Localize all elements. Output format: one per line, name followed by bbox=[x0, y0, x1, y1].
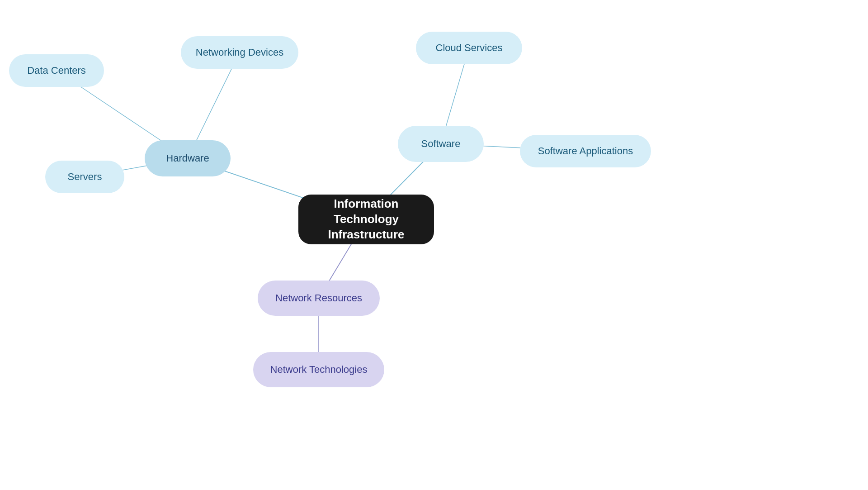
servers-node[interactable]: Servers bbox=[45, 161, 124, 193]
software-applications-node[interactable]: Software Applications bbox=[520, 135, 651, 167]
networking-devices-node[interactable]: Networking Devices bbox=[181, 36, 298, 69]
network-technologies-node[interactable]: Network Technologies bbox=[253, 352, 384, 387]
data-centers-label: Data Centers bbox=[27, 65, 86, 76]
software-applications-label: Software Applications bbox=[538, 145, 633, 157]
network-resources-node[interactable]: Network Resources bbox=[258, 281, 380, 316]
center-node-label: Information Technology Infrastructure bbox=[309, 196, 423, 242]
software-label: Software bbox=[421, 138, 461, 150]
center-node[interactable]: Information Technology Infrastructure bbox=[298, 195, 434, 244]
hardware-node[interactable]: Hardware bbox=[145, 140, 231, 176]
network-resources-label: Network Resources bbox=[275, 292, 362, 304]
hardware-label: Hardware bbox=[166, 152, 209, 164]
servers-label: Servers bbox=[68, 171, 102, 183]
cloud-services-node[interactable]: Cloud Services bbox=[416, 32, 522, 64]
software-node[interactable]: Software bbox=[398, 126, 484, 162]
network-technologies-label: Network Technologies bbox=[270, 364, 368, 376]
cloud-services-label: Cloud Services bbox=[436, 42, 503, 54]
data-centers-node[interactable]: Data Centers bbox=[9, 54, 104, 87]
networking-devices-label: Networking Devices bbox=[196, 47, 283, 58]
